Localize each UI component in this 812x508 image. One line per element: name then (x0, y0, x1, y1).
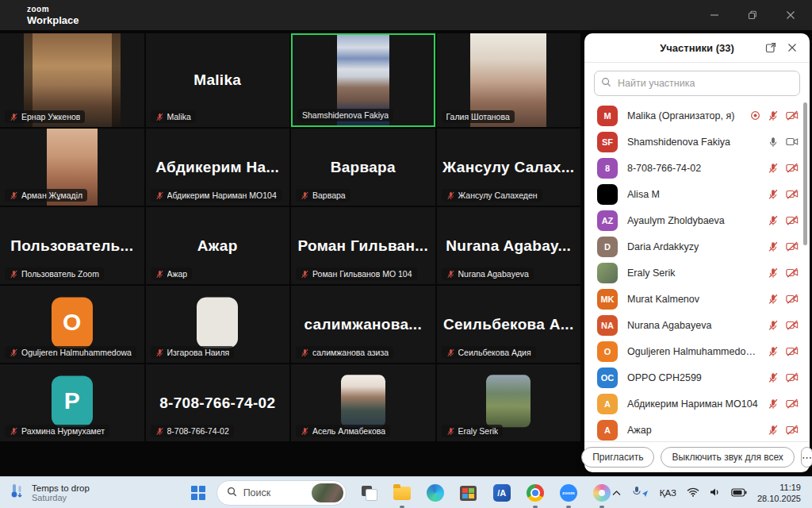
restore-icon[interactable] (747, 10, 758, 21)
participant-avatar (597, 184, 618, 205)
app-a-icon[interactable]: /A (492, 483, 511, 502)
participant-row[interactable]: AАбдикерим Нариман МО104 (584, 391, 810, 417)
chrome-icon[interactable] (526, 483, 545, 502)
video-tile[interactable]: PРахмина Нурмухамет (0, 364, 144, 441)
mic-off-icon (10, 427, 18, 436)
battery-icon[interactable] (731, 486, 747, 500)
microsoft-store-icon[interactable] (459, 483, 478, 502)
mic-off-icon (155, 348, 164, 357)
participant-row[interactable]: NANurana Agabayeva (584, 312, 810, 338)
start-button[interactable] (191, 486, 205, 500)
weather-subline: Saturday (32, 493, 90, 502)
video-tile[interactable]: ВарвараВарвара (291, 129, 435, 206)
video-tile[interactable]: MalikaMalika (146, 33, 290, 127)
participant-row[interactable]: MKMurat Kalmenov (584, 286, 810, 312)
video-tile[interactable]: Сеильбекова А...Сеильбекова Адия (437, 286, 581, 363)
participant-row[interactable]: OOguljeren Halmuhammedowa (584, 338, 810, 364)
video-tile[interactable]: Eraly Serik (437, 364, 581, 441)
video-tile[interactable]: Nurana Agabay...Nurana Agabayeva (437, 207, 581, 284)
video-tile[interactable]: Абдикерим На...Абдикерим Нариман МО104 (146, 129, 290, 206)
panel-close-icon[interactable] (787, 33, 797, 62)
video-tile[interactable]: Ернар Ужкенов (0, 33, 144, 127)
participant-avatar: NA (597, 315, 618, 336)
video-gallery: Ернар УжкеновMalikaMalikaShamshidenova F… (0, 33, 581, 443)
video-tile[interactable]: OOguljeren Halmuhammedowa (0, 286, 144, 363)
video-tile[interactable]: Арман Жұмаділ (0, 129, 144, 206)
tile-name-label: Жансулу Салахеден (442, 189, 542, 202)
participant-row[interactable]: Eraly Serik (584, 260, 810, 286)
tile-name-label: Nurana Agabayeva (442, 267, 534, 280)
participant-avatar: D (597, 237, 618, 257)
video-tile[interactable]: Жансулу Салах...Жансулу Салахеден (437, 129, 581, 206)
mic-off-icon (155, 191, 164, 200)
participant-name: Eraly Serik (627, 267, 758, 279)
participant-row[interactable]: AZAyaulym Zholdybaeva (584, 207, 810, 233)
thermometer-icon (10, 483, 25, 503)
camera-off-icon (786, 398, 799, 409)
mute-all-button[interactable]: Выключить звук для всех (661, 447, 794, 468)
mic-off-icon (301, 270, 309, 279)
camera-off-icon (786, 163, 799, 173)
participant-name: Alisa M (627, 189, 758, 200)
weather-widget[interactable]: Temps to drop Saturday (0, 483, 169, 503)
tile-name-label: Ернар Ужкенов (5, 110, 85, 123)
more-options-button[interactable]: ⋯ (801, 447, 812, 468)
tile-name-label: Рахмина Нурмухамет (5, 425, 109, 437)
zoom-app-icon[interactable]: zoom (559, 483, 578, 502)
taskbar-search[interactable]: Поиск (216, 480, 347, 506)
video-tile[interactable]: Изгарова Наиля (146, 286, 290, 363)
video-tile[interactable]: Shamshidenova Fakiya (291, 33, 435, 127)
mic-off-icon (301, 191, 309, 200)
camera-off-icon (786, 372, 799, 383)
participant-row[interactable]: 88-708-766-74-02 (584, 155, 810, 181)
participant-avatar: MK (597, 289, 618, 310)
video-tile[interactable]: салимжанова...салимжанова азиза (291, 286, 435, 363)
tray-time: 11:19 (757, 482, 801, 493)
mic-off-icon (301, 427, 309, 436)
avatar (197, 297, 238, 348)
mic-off-icon (10, 348, 18, 357)
edge-browser-icon[interactable] (426, 483, 445, 502)
video-tile[interactable]: Галия Шотанова (437, 33, 581, 127)
clock-widget[interactable]: 11:19 28.10.2025 (757, 482, 801, 505)
participant-row[interactable]: DDaria Ardakkyzy (584, 233, 810, 260)
participant-search-input[interactable] (616, 77, 793, 90)
wifi-icon[interactable] (687, 486, 699, 500)
participant-avatar: O (597, 341, 618, 362)
mic-off-icon (10, 191, 18, 200)
close-icon[interactable] (785, 10, 796, 21)
language-indicator[interactable]: ҚАЗ (660, 488, 676, 498)
participant-row[interactable]: MMalika (Организатор, я) (584, 102, 810, 129)
scrollbar[interactable] (803, 102, 807, 245)
popout-icon[interactable] (765, 33, 776, 62)
minimize-icon[interactable] (709, 10, 720, 21)
participant-avatar: SF (597, 132, 618, 152)
video-tile[interactable]: Пользователь...Пользователь Zoom (0, 207, 144, 284)
participant-search[interactable] (594, 71, 800, 96)
mic-off-icon (155, 270, 164, 279)
participant-row[interactable]: OCOPPO CPH2599 (584, 364, 810, 391)
meeting-stage: Ернар УжкеновMalikaMalikaShamshidenova F… (0, 30, 812, 476)
tile-name-label: Сеильбекова Адия (442, 346, 536, 359)
mic-off-icon (301, 348, 309, 357)
mic-off-icon (768, 189, 779, 200)
participant-row[interactable]: Alisa M (584, 181, 810, 207)
paint-app-icon[interactable] (592, 483, 611, 502)
tile-name-label: Роман Гильванов МО 104 (296, 267, 417, 280)
camera-off-icon (786, 189, 799, 199)
video-tile[interactable]: Роман Гильван...Роман Гильванов МО 104 (291, 207, 435, 284)
search-highlight-image[interactable] (312, 483, 343, 502)
invite-button[interactable]: Пригласить (581, 447, 654, 468)
video-tile[interactable]: Асель Алмабекова (291, 364, 435, 441)
task-view-icon[interactable] (359, 483, 378, 502)
tray-chevron-icon[interactable] (611, 486, 622, 500)
search-icon (601, 76, 611, 90)
participant-row[interactable]: AАжар (584, 417, 810, 441)
file-explorer-icon[interactable] (393, 483, 412, 502)
video-tile[interactable]: 8-708-766-74-028-708-766-74-02 (146, 364, 290, 441)
volume-icon[interactable] (710, 486, 721, 500)
tile-name-label: Malika (151, 110, 196, 123)
tray-mic-icon[interactable] (632, 486, 649, 501)
video-tile[interactable]: АжарАжар (146, 207, 290, 284)
participant-row[interactable]: SFShamshidenova Fakiya (584, 129, 810, 155)
